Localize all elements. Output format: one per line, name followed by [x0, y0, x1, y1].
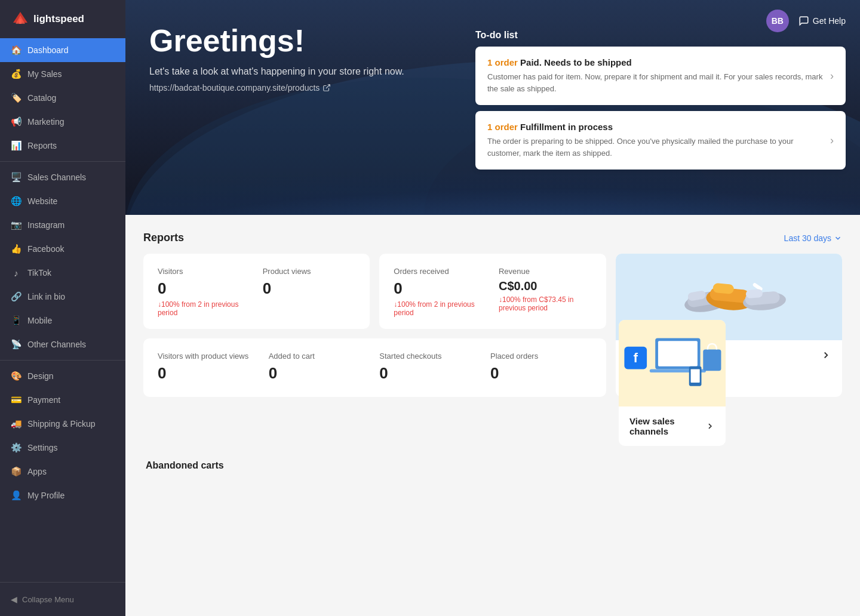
svg-rect-2 [19, 19, 22, 24]
sidebar-item-link-in-bio[interactable]: 🔗 Link in bio [0, 285, 125, 309]
chevron-right-view-sales [705, 421, 715, 432]
sidebar-item-settings[interactable]: ⚙️ Settings [0, 436, 125, 460]
sidebar-label-design: Design [27, 371, 54, 381]
tiktok-icon: ♪ [11, 267, 22, 278]
sidebar-label-my-profile: My Profile [27, 491, 64, 500]
sidebar-divider-1 [0, 161, 125, 162]
sidebar-item-shipping[interactable]: 🚚 Shipping & Pickup [0, 412, 125, 436]
todo-card-fulfillment[interactable]: 1 order Fulfillment in process The order… [475, 111, 846, 170]
chevron-right-icon-2[interactable]: › [830, 134, 834, 147]
sidebar-label-shipping: Shipping & Pickup [27, 419, 96, 429]
todo-card-content-2: 1 order Fulfillment in process The order… [487, 122, 823, 159]
stat-card-visitors: Visitors 0 ↓100% from 2 in previous peri… [143, 254, 370, 329]
svg-line-6 [326, 85, 330, 88]
todo-card-desc-2: The order is preparing to be shipped. On… [487, 135, 823, 159]
collapse-label: Collapse Menu [22, 595, 74, 604]
stat-orders-change: ↓100% from 2 in previous period [394, 300, 487, 317]
reports-title: Reports [143, 232, 184, 244]
stat-vpv-value: 0 [158, 364, 259, 383]
sidebar-item-my-sales[interactable]: 💰 My Sales [0, 62, 125, 86]
svg-rect-20 [658, 341, 698, 366]
sidebar-item-reports[interactable]: 📊 Reports [0, 134, 125, 158]
stat-placed-value: 0 [490, 364, 592, 383]
chevron-down-icon [834, 234, 842, 242]
stat-revenue: Revenue C$0.00 ↓100% from C$73.45 in pre… [499, 267, 592, 317]
facebook-icon: 👍 [11, 244, 22, 254]
stat-cart-label: Added to cart [269, 352, 370, 361]
store-url-text: https://badcat-boutique.company.site/pro… [149, 83, 320, 93]
main-content: BB Get Help Greetings! Let's take a look… [125, 0, 860, 616]
link-icon: 🔗 [11, 291, 22, 302]
sidebar-item-website[interactable]: 🌐 Website [0, 189, 125, 213]
stat-vpv-label: Visitors with product views [158, 352, 259, 361]
sidebar-label-dashboard: Dashboard [27, 45, 69, 55]
stat-revenue-value: C$0.00 [499, 279, 592, 293]
collapse-icon: ◀ [11, 595, 17, 604]
stat-card-orders: Orders received 0 ↓100% from 2 in previo… [379, 254, 606, 329]
view-sales-footer[interactable]: View sales channels [619, 406, 726, 446]
action-card-view-sales[interactable]: f View sales channels [619, 320, 726, 446]
stat-product-views-label: Product views [263, 267, 356, 276]
svg-rect-22 [703, 349, 721, 371]
sidebar-logo[interactable]: lightspeed [0, 0, 125, 38]
help-button[interactable]: Get Help [798, 16, 846, 26]
sidebar-item-catalog[interactable]: 🏷️ Catalog [0, 86, 125, 110]
sidebar-item-facebook[interactable]: 👍 Facebook [0, 237, 125, 261]
sidebar-item-my-profile[interactable]: 👤 My Profile [0, 483, 125, 507]
settings-icon: ⚙️ [11, 442, 22, 453]
stat-product-views-value: 0 [263, 279, 356, 298]
sidebar-item-other-channels[interactable]: 📡 Other Channels [0, 332, 125, 356]
reports-icon: 📊 [11, 140, 22, 151]
sidebar-label-tiktok: TikTok [27, 268, 51, 278]
chevron-right-add-product [821, 350, 831, 361]
sidebar-bottom: ◀ Collapse Menu [0, 582, 125, 616]
sidebar-item-apps[interactable]: 📦 Apps [0, 460, 125, 483]
user-avatar[interactable]: BB [766, 10, 789, 32]
sidebar-label-facebook: Facebook [27, 244, 64, 254]
stat-visitors-label: Visitors [158, 267, 251, 276]
sidebar-item-tiktok[interactable]: ♪ TikTok [0, 261, 125, 285]
stat-revenue-label: Revenue [499, 267, 592, 276]
sidebar-item-instagram[interactable]: 📷 Instagram [0, 213, 125, 237]
todo-card-shipped[interactable]: 1 order Paid. Needs to be shipped Custom… [475, 47, 846, 105]
website-icon: 🌐 [11, 196, 22, 207]
sidebar-label-settings: Settings [27, 443, 58, 452]
sidebar-item-design[interactable]: 🎨 Design [0, 364, 125, 388]
sidebar-label-instagram: Instagram [27, 220, 64, 230]
collapse-menu-button[interactable]: ◀ Collapse Menu [0, 589, 125, 610]
sidebar-label-website: Website [27, 196, 57, 206]
stat-orders: Orders received 0 ↓100% from 2 in previo… [394, 267, 487, 317]
todo-card-desc-1: Customer has paid for item. Now, prepare… [487, 71, 823, 94]
stat-product-views: Product views 0 [263, 267, 356, 317]
sidebar-label-other-channels: Other Channels [27, 340, 86, 349]
stat-placed-label: Placed orders [490, 352, 592, 361]
sidebar-item-mobile[interactable]: 📱 Mobile [0, 309, 125, 332]
sidebar-item-marketing[interactable]: 📢 Marketing [0, 110, 125, 134]
sidebar-item-dashboard[interactable]: 🏠 Dashboard [0, 38, 125, 62]
date-filter[interactable]: Last 30 days [784, 233, 842, 243]
stat-card-cart-inner: Visitors with product views 0 Added to c… [158, 352, 592, 385]
chat-icon [798, 16, 809, 26]
payment-icon: 💳 [11, 395, 22, 405]
logo-text: lightspeed [33, 13, 84, 25]
stat-card-cart: Visitors with product views 0 Added to c… [143, 338, 606, 397]
apps-icon: 📦 [11, 466, 22, 477]
external-link-icon [322, 84, 331, 92]
chevron-right-icon-1[interactable]: › [830, 70, 834, 82]
svg-text:f: f [634, 350, 638, 365]
design-icon: 🎨 [11, 371, 22, 381]
stat-card-inner-1: Visitors 0 ↓100% from 2 in previous peri… [158, 267, 355, 317]
stat-card-inner-2: Orders received 0 ↓100% from 2 in previo… [394, 267, 591, 317]
stat-cart-value: 0 [269, 364, 370, 383]
sidebar-item-payment[interactable]: 💳 Payment [0, 388, 125, 412]
sidebar-label-mobile: Mobile [27, 316, 52, 325]
sidebar-label-catalog: Catalog [27, 93, 56, 103]
sidebar-label-apps: Apps [27, 467, 47, 476]
sidebar-item-sales-channels[interactable]: 🖥️ Sales Channels [0, 165, 125, 189]
sidebar-nav: 🏠 Dashboard 💰 My Sales 🏷️ Catalog 📢 Mark… [0, 38, 125, 582]
catalog-icon: 🏷️ [11, 93, 22, 103]
lightspeed-logo-icon [12, 11, 29, 27]
todo-section: To-do list 1 order Paid. Needs to be shi… [475, 30, 846, 175]
marketing-icon: 📢 [11, 116, 22, 127]
sidebar-divider-2 [0, 360, 125, 361]
